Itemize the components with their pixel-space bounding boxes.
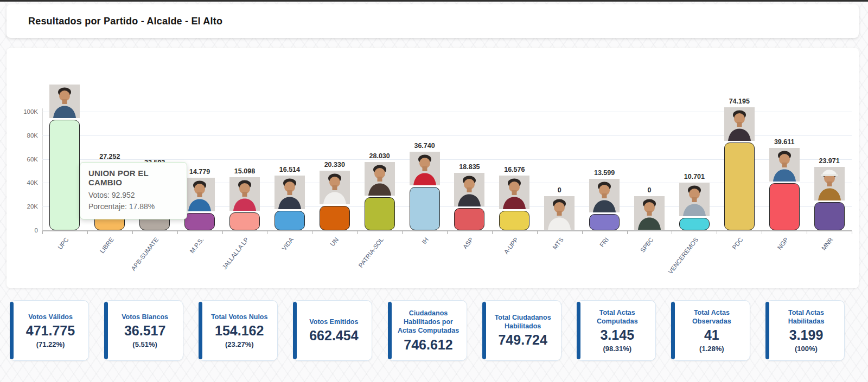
bar-IH[interactable] bbox=[410, 187, 440, 230]
candidate-photo-UN bbox=[320, 171, 350, 204]
bar-value-label: 16.576 bbox=[504, 166, 525, 174]
stat-card-value: 471.775 bbox=[26, 323, 75, 339]
candidate-photo-M.P.S. bbox=[184, 178, 215, 211]
stat-card-label: Votos Válidos bbox=[28, 313, 73, 321]
bar-M.P.S.[interactable] bbox=[184, 213, 215, 230]
x-axis-tick bbox=[852, 231, 852, 234]
candidate-photo-VIDA bbox=[275, 176, 305, 209]
stat-card-label: Total Votos Nulos bbox=[211, 313, 267, 321]
bar-FRI[interactable] bbox=[589, 214, 620, 230]
bar-JALLALLA LP[interactable] bbox=[229, 212, 260, 230]
x-axis-tick bbox=[357, 231, 358, 234]
x-axis-tick bbox=[132, 231, 133, 234]
bar-column-A-UPP: 16.576 bbox=[492, 48, 537, 230]
tooltip-votes: Votos: 92.952 bbox=[88, 190, 178, 201]
candidate-photo-NGP bbox=[769, 148, 800, 182]
x-axis-tick bbox=[537, 231, 538, 234]
bar-column-PATRIA-SOL: 28.030 bbox=[357, 48, 402, 230]
y-axis-tick-label: 40K bbox=[11, 179, 38, 186]
chart-tooltip: UNION POR EL CAMBIO Votos: 92.952 Porcen… bbox=[80, 162, 187, 219]
x-axis-label: VENCEREMOS bbox=[667, 236, 700, 275]
bar-value-label: 36.740 bbox=[414, 142, 435, 150]
candidate-photo-A-UPP bbox=[499, 176, 529, 209]
candidate-photo-MTS bbox=[544, 196, 575, 230]
x-axis-label: IH bbox=[420, 236, 430, 245]
bar-UPC[interactable] bbox=[49, 120, 80, 230]
x-axis-label: MNR bbox=[820, 236, 834, 251]
x-axis-label: MTS bbox=[551, 236, 564, 251]
stat-card-1[interactable]: Votos Blancos 36.517 (5.51%) bbox=[104, 300, 183, 361]
page-title: Resultados por Partido - Alcalde - El Al… bbox=[28, 16, 222, 27]
bar-column-MNR: 23.971 bbox=[807, 48, 852, 230]
x-axis-label: UPC bbox=[56, 236, 69, 251]
kpi-cards-row: Votos Válidos 471.775 (71.22%) Votos Bla… bbox=[10, 300, 845, 361]
x-axis-label: JALLALLA LP bbox=[221, 236, 250, 270]
x-axis-tick bbox=[42, 231, 43, 234]
stat-card-accent bbox=[388, 302, 392, 359]
stat-card-accent bbox=[482, 302, 486, 359]
x-axis-tick bbox=[267, 231, 267, 234]
candidate-photo-PATRIA-SOL bbox=[365, 162, 395, 196]
y-axis-tick-label: 0 bbox=[11, 226, 38, 234]
stat-card-value: 41 bbox=[704, 327, 719, 343]
candidate-photo-VENCEREMOS bbox=[679, 183, 710, 216]
x-axis-tick bbox=[177, 231, 178, 234]
stat-card-7[interactable]: Total Actas Observadas 41 (1.28%) bbox=[671, 300, 750, 361]
bar-MNR[interactable] bbox=[814, 202, 845, 230]
bar-column-MTS: 0 bbox=[537, 48, 582, 230]
bar-ASP[interactable] bbox=[454, 208, 484, 230]
stat-card-6[interactable]: Total Actas Computadas 3.145 (98.31%) bbox=[577, 300, 656, 361]
x-axis-tick bbox=[717, 231, 717, 234]
stat-card-label: Total Actas Habilitadas bbox=[774, 308, 839, 326]
bar-PATRIA-SOL[interactable] bbox=[365, 197, 395, 230]
tooltip-percentage: Porcentaje: 17.88% bbox=[88, 201, 178, 212]
stat-card-value: 749.724 bbox=[498, 332, 547, 348]
bar-VENCEREMOS[interactable] bbox=[679, 218, 710, 230]
x-axis-tick bbox=[312, 231, 312, 234]
candidate-photo-IH bbox=[410, 152, 440, 185]
stat-card-accent bbox=[104, 302, 108, 359]
stat-card-label: Votos Emitidos bbox=[309, 318, 358, 326]
stat-card-0[interactable]: Votos Válidos 471.775 (71.22%) bbox=[10, 300, 89, 361]
bar-PDC[interactable] bbox=[724, 143, 755, 230]
bar-NGP[interactable] bbox=[769, 183, 800, 230]
candidate-photo-UPC bbox=[49, 85, 80, 118]
x-axis-label: UN bbox=[329, 236, 340, 247]
x-axis-tick bbox=[87, 231, 88, 234]
x-axis-tick bbox=[222, 231, 223, 234]
x-axis-label: VIDA bbox=[280, 236, 295, 252]
stat-card-label: Total Actas Observadas bbox=[679, 308, 744, 326]
bar-A-UPP[interactable] bbox=[499, 211, 529, 230]
bar-VIDA[interactable] bbox=[275, 211, 305, 230]
bar-column-FRI: 13.599 bbox=[582, 48, 627, 230]
x-axis-label: LIBRE bbox=[99, 236, 115, 255]
candidate-photo-PDC bbox=[724, 107, 755, 141]
stat-card-5[interactable]: Total Ciudadanos Habilitados 749.724 bbox=[482, 300, 561, 361]
bar-value-label: 39.611 bbox=[774, 138, 795, 146]
bar-value-label: 18.835 bbox=[459, 163, 480, 171]
bar-column-UN: 20.330 bbox=[312, 48, 357, 230]
y-axis-tick-label: 100K bbox=[11, 108, 38, 115]
x-axis-tick bbox=[807, 231, 807, 234]
stat-card-2[interactable]: Total Votos Nulos 154.162 (23.27%) bbox=[199, 300, 278, 361]
candidate-photo-JALLALLA LP bbox=[229, 177, 260, 211]
bar-value-label: 23.971 bbox=[819, 157, 839, 165]
stat-card-3[interactable]: Votos Emitidos 662.454 bbox=[293, 300, 372, 361]
bar-value-label: 27.252 bbox=[99, 153, 120, 161]
bar-column-NGP: 39.611 bbox=[762, 48, 807, 230]
stat-card-percent: (100%) bbox=[795, 345, 818, 353]
stat-card-8[interactable]: Total Actas Habilitadas 3.199 (100%) bbox=[765, 300, 845, 361]
x-axis-label: SPBC bbox=[639, 236, 655, 254]
window-top-edge bbox=[0, 0, 868, 2]
bar-UN[interactable] bbox=[320, 206, 350, 230]
bar-value-label: 0 bbox=[648, 186, 652, 195]
chart-card: 020K40K60K80K100K 27.25222.59214.77915.0… bbox=[7, 48, 859, 288]
title-card: Resultados por Partido - Alcalde - El Al… bbox=[7, 4, 859, 38]
y-axis-tick-label: 60K bbox=[11, 156, 38, 163]
stat-card-accent bbox=[293, 302, 297, 359]
stat-card-4[interactable]: Ciudadanos Habilitados por Actas Computa… bbox=[388, 300, 467, 361]
stat-card-accent bbox=[765, 302, 769, 359]
x-axis-tick bbox=[627, 231, 628, 234]
stat-card-value: 3.145 bbox=[600, 327, 634, 343]
x-axis-tick bbox=[762, 231, 762, 234]
